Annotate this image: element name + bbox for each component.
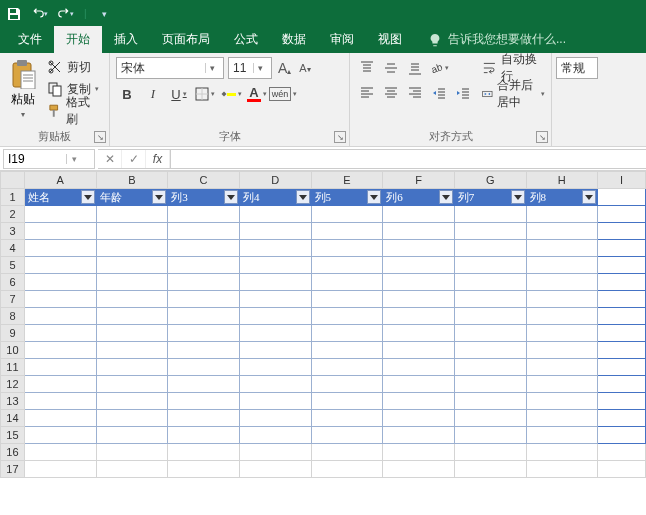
- column-header[interactable]: G: [454, 172, 526, 189]
- table-cell[interactable]: [96, 427, 168, 444]
- grow-font-button[interactable]: A▴: [276, 60, 293, 76]
- tab-view[interactable]: 视图: [366, 26, 414, 53]
- table-cell[interactable]: [168, 291, 240, 308]
- table-cell[interactable]: [239, 274, 311, 291]
- cell[interactable]: [598, 410, 646, 427]
- cell[interactable]: [598, 325, 646, 342]
- number-format-combo[interactable]: 常规: [556, 57, 598, 79]
- table-cell[interactable]: [454, 325, 526, 342]
- table-cell[interactable]: [168, 342, 240, 359]
- cell[interactable]: [383, 461, 455, 478]
- table-cell[interactable]: [24, 308, 96, 325]
- cell[interactable]: [598, 291, 646, 308]
- merge-center-button[interactable]: 合并后居中 ▾: [482, 83, 545, 105]
- cell[interactable]: [598, 461, 646, 478]
- row-header[interactable]: 13: [1, 393, 25, 410]
- table-header-cell[interactable]: 列8: [526, 189, 598, 206]
- cell[interactable]: [24, 461, 96, 478]
- border-button[interactable]: [194, 83, 216, 105]
- paste-dropdown-icon[interactable]: ▾: [21, 110, 25, 119]
- table-cell[interactable]: [526, 240, 598, 257]
- table-cell[interactable]: [239, 240, 311, 257]
- table-header-cell[interactable]: 列4: [239, 189, 311, 206]
- cell[interactable]: [598, 376, 646, 393]
- table-cell[interactable]: [311, 206, 383, 223]
- table-cell[interactable]: [311, 308, 383, 325]
- column-header[interactable]: C: [168, 172, 240, 189]
- tab-insert[interactable]: 插入: [102, 26, 150, 53]
- table-cell[interactable]: [96, 325, 168, 342]
- row-header[interactable]: 11: [1, 359, 25, 376]
- cell[interactable]: [598, 308, 646, 325]
- table-cell[interactable]: [96, 274, 168, 291]
- table-cell[interactable]: [96, 393, 168, 410]
- table-cell[interactable]: [239, 257, 311, 274]
- table-cell[interactable]: [311, 291, 383, 308]
- table-cell[interactable]: [311, 257, 383, 274]
- table-cell[interactable]: [96, 223, 168, 240]
- filter-dropdown-icon[interactable]: [439, 190, 453, 204]
- table-cell[interactable]: [311, 410, 383, 427]
- row-header[interactable]: 9: [1, 325, 25, 342]
- table-cell[interactable]: [383, 393, 455, 410]
- align-center-button[interactable]: [380, 82, 402, 104]
- table-cell[interactable]: [454, 376, 526, 393]
- cell[interactable]: [598, 393, 646, 410]
- worksheet-grid[interactable]: ABCDEFGHI1姓名年龄列3列4列5列6列7列823456789101112…: [0, 171, 646, 515]
- table-cell[interactable]: [168, 410, 240, 427]
- cell[interactable]: [598, 274, 646, 291]
- table-cell[interactable]: [454, 274, 526, 291]
- table-cell[interactable]: [311, 240, 383, 257]
- table-cell[interactable]: [239, 393, 311, 410]
- tell-me[interactable]: 告诉我您想要做什么...: [428, 26, 566, 53]
- table-cell[interactable]: [526, 410, 598, 427]
- table-cell[interactable]: [168, 376, 240, 393]
- format-painter-button[interactable]: 格式刷: [45, 101, 103, 121]
- table-cell[interactable]: [96, 291, 168, 308]
- italic-button[interactable]: I: [142, 83, 164, 105]
- table-cell[interactable]: [383, 308, 455, 325]
- table-header-cell[interactable]: 列6: [383, 189, 455, 206]
- cell[interactable]: [168, 461, 240, 478]
- name-box-input[interactable]: [4, 152, 66, 166]
- table-cell[interactable]: [311, 325, 383, 342]
- cell[interactable]: [311, 461, 383, 478]
- cell[interactable]: [598, 257, 646, 274]
- row-header[interactable]: 17: [1, 461, 25, 478]
- table-cell[interactable]: [311, 359, 383, 376]
- table-cell[interactable]: [96, 410, 168, 427]
- table-cell[interactable]: [24, 376, 96, 393]
- table-cell[interactable]: [526, 376, 598, 393]
- table-cell[interactable]: [24, 257, 96, 274]
- name-box[interactable]: ▾: [3, 149, 95, 169]
- filter-dropdown-icon[interactable]: [511, 190, 525, 204]
- table-cell[interactable]: [454, 427, 526, 444]
- table-cell[interactable]: [24, 206, 96, 223]
- table-cell[interactable]: [24, 325, 96, 342]
- table-cell[interactable]: [526, 325, 598, 342]
- row-header[interactable]: 15: [1, 427, 25, 444]
- table-cell[interactable]: [24, 393, 96, 410]
- table-cell[interactable]: [239, 206, 311, 223]
- cell[interactable]: [96, 444, 168, 461]
- table-cell[interactable]: [96, 240, 168, 257]
- tab-home[interactable]: 开始: [54, 26, 102, 53]
- cell[interactable]: [598, 427, 646, 444]
- table-cell[interactable]: [526, 291, 598, 308]
- table-cell[interactable]: [96, 359, 168, 376]
- table-cell[interactable]: [526, 274, 598, 291]
- table-cell[interactable]: [454, 359, 526, 376]
- cell[interactable]: [96, 461, 168, 478]
- table-cell[interactable]: [168, 206, 240, 223]
- table-cell[interactable]: [454, 240, 526, 257]
- row-header[interactable]: 2: [1, 206, 25, 223]
- align-launcher-icon[interactable]: ↘: [536, 131, 548, 143]
- filter-dropdown-icon[interactable]: [81, 190, 95, 204]
- table-header-cell[interactable]: 列3: [168, 189, 240, 206]
- table-cell[interactable]: [168, 274, 240, 291]
- table-cell[interactable]: [454, 223, 526, 240]
- row-header[interactable]: 12: [1, 376, 25, 393]
- table-cell[interactable]: [239, 223, 311, 240]
- table-cell[interactable]: [168, 240, 240, 257]
- enter-formula-button[interactable]: ✓: [122, 150, 146, 168]
